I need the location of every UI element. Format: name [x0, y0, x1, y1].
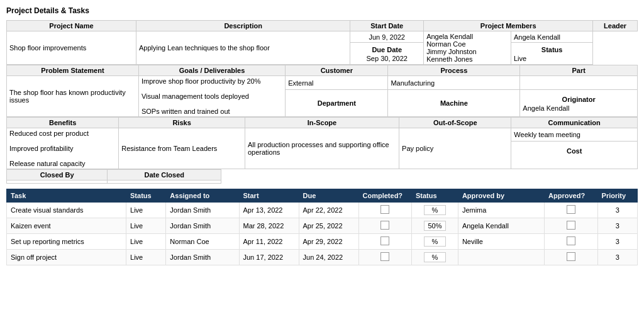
task-approved-cell[interactable]: [545, 250, 597, 265]
status-value: Live: [514, 55, 590, 62]
tasks-col-due: Due: [299, 189, 358, 203]
col-out-of-scope: Out-of-Scope: [399, 118, 511, 128]
table-row: Set up reporting metrics Live Norman Coe…: [7, 234, 638, 250]
in-scope-value: All production processes and supporting …: [245, 128, 399, 169]
task-start: Mar 28, 2022: [239, 218, 299, 234]
task-due: Apr 29, 2022: [299, 234, 358, 250]
pct-input[interactable]: [424, 236, 446, 247]
benefit-1: Reduced cost per product: [9, 130, 116, 137]
task-status: Live: [126, 218, 166, 234]
tasks-col-completed: Completed?: [358, 189, 411, 203]
task-name: Create visual standards: [7, 203, 126, 218]
leader-value: Angela Kendall: [511, 31, 592, 43]
col-project-members: Project Members: [424, 21, 593, 31]
task-status: Live: [126, 234, 166, 250]
pct-input[interactable]: [424, 252, 446, 262]
member-4: Kenneth Jones: [426, 55, 508, 63]
completed-checkbox[interactable]: [380, 252, 389, 261]
col-start-date: Start Date: [350, 21, 424, 31]
task-start: Apr 13, 2022: [239, 203, 299, 218]
task-priority: 3: [597, 250, 637, 265]
tasks-col-status2: Status: [411, 189, 458, 203]
completed-checkbox[interactable]: [380, 221, 389, 230]
completed-checkbox[interactable]: [380, 205, 389, 214]
problem-statement-value: The shop floor has known productivity is…: [7, 76, 139, 117]
tasks-col-approved-by: Approved by: [458, 189, 544, 203]
col-risks: Risks: [119, 118, 245, 128]
task-due: Apr 25, 2022: [299, 218, 358, 234]
originator-value: Angela Kendall: [523, 104, 635, 112]
task-approved-by: Jemima: [458, 203, 544, 218]
task-approved-by: [458, 250, 544, 265]
col-description: Description: [136, 21, 350, 31]
table-row: Sign off project Live Jordan Smith Jun 1…: [7, 250, 638, 265]
member-1: Angela Kendall: [426, 33, 508, 40]
cost-value: [514, 156, 635, 165]
task-assigned: Jordan Smith: [166, 218, 239, 234]
pct-input[interactable]: [424, 205, 446, 215]
tasks-col-status: Status: [126, 189, 166, 203]
col-part: Part: [520, 65, 638, 76]
pct-input[interactable]: [424, 221, 446, 231]
scope-section-table: Benefits Risks In-Scope Out-of-Scope Com…: [6, 117, 638, 169]
originator-label: Originator: [523, 94, 635, 104]
task-approved-by: Neville: [458, 234, 544, 250]
task-pct[interactable]: [411, 234, 458, 250]
task-approved-cell[interactable]: [545, 234, 597, 250]
goal-3: SOPs written and trained out: [142, 108, 282, 115]
task-completed-cell[interactable]: [358, 234, 411, 250]
task-completed-cell[interactable]: [358, 203, 411, 218]
col-problem: Problem Statement: [7, 65, 139, 76]
task-approved-by: Angela Kendall: [458, 218, 544, 234]
tasks-col-assigned: Assigned to: [166, 189, 239, 203]
tasks-col-start: Start: [239, 189, 299, 203]
customer-value: External: [286, 76, 388, 90]
machine-label: Machine: [391, 98, 517, 108]
department-label: Department: [288, 98, 385, 108]
completed-checkbox[interactable]: [380, 236, 389, 245]
task-pct[interactable]: [411, 250, 458, 265]
member-3: Jimmy Johnston: [426, 48, 508, 55]
task-priority: 3: [597, 203, 637, 218]
due-date-value: Sep 30, 2022: [353, 55, 421, 62]
part-value: [520, 76, 638, 90]
task-name: Set up reporting metrics: [7, 234, 126, 250]
task-name: Kaizen event: [7, 218, 126, 234]
tasks-col-approved: Approved?: [545, 189, 597, 203]
task-approved-cell[interactable]: [545, 218, 597, 234]
closed-section-table: Closed By Date Closed: [6, 169, 638, 184]
approved-checkbox[interactable]: [567, 205, 575, 214]
task-status: Live: [126, 250, 166, 265]
status-label: Status: [514, 45, 590, 55]
project-name-value: Shop floor improvements: [7, 31, 136, 65]
task-completed-cell[interactable]: [358, 250, 411, 265]
task-completed-cell[interactable]: [358, 218, 411, 234]
task-pct[interactable]: [411, 218, 458, 234]
cost-label: Cost: [514, 146, 635, 156]
tasks-table: Task Status Assigned to Start Due Comple…: [6, 189, 638, 265]
approved-checkbox[interactable]: [567, 236, 575, 245]
date-closed-value: [108, 181, 221, 184]
approved-checkbox[interactable]: [567, 221, 575, 230]
project-details-table: Project Name Description Start Date Proj…: [6, 20, 638, 65]
goal-2: Visual management tools deployed: [142, 92, 282, 100]
task-pct[interactable]: [411, 203, 458, 218]
benefit-2: Improved profitability: [9, 145, 116, 152]
col-project-name: Project Name: [7, 21, 136, 31]
tasks-col-priority: Priority: [597, 189, 637, 203]
closed-by-value: [7, 181, 108, 184]
task-approved-cell[interactable]: [545, 203, 597, 218]
col-customer: Customer: [286, 65, 388, 76]
task-assigned: Jordan Smith: [166, 250, 239, 265]
table-row: Kaizen event Live Jordan Smith Mar 28, 2…: [7, 218, 638, 234]
benefits-value: Reduced cost per product Improved profit…: [7, 128, 119, 169]
approved-checkbox[interactable]: [567, 252, 575, 261]
due-date-label: Due Date: [353, 45, 421, 55]
task-due: Jun 24, 2022: [299, 250, 358, 265]
communication-value: Weekly team meeting: [511, 128, 638, 142]
col-communication: Communication: [511, 118, 638, 128]
col-in-scope: In-Scope: [245, 118, 399, 128]
member-2: Norman Coe: [426, 40, 508, 48]
task-priority: 3: [597, 234, 637, 250]
col-goals: Goals / Deliverables: [138, 65, 285, 76]
